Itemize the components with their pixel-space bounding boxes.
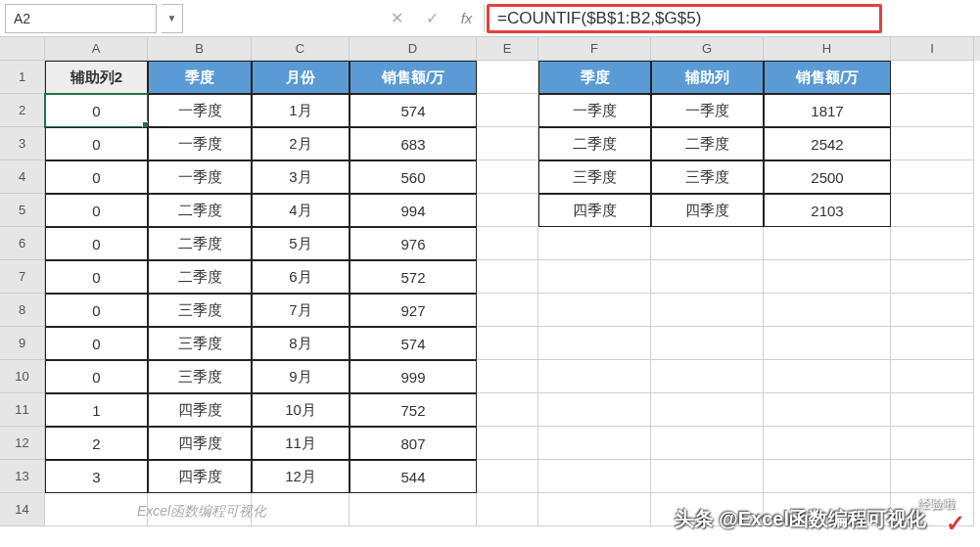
cell-h5[interactable]: 2103 bbox=[764, 194, 891, 227]
cell-e14[interactable] bbox=[477, 493, 538, 526]
cell-i3[interactable] bbox=[891, 127, 974, 160]
cell-c2[interactable]: 1月 bbox=[252, 94, 350, 127]
cell-e9[interactable] bbox=[477, 327, 538, 360]
cell-a14[interactable] bbox=[45, 493, 148, 526]
cell-g10[interactable] bbox=[651, 360, 764, 393]
cell-h8[interactable] bbox=[764, 294, 891, 327]
cell-h4[interactable]: 2500 bbox=[764, 160, 891, 194]
cell-f1[interactable]: 季度 bbox=[538, 61, 651, 94]
select-all-corner[interactable] bbox=[0, 37, 45, 61]
cell-i13[interactable] bbox=[891, 460, 974, 493]
cell-b4[interactable]: 一季度 bbox=[148, 160, 252, 194]
cell-d3[interactable]: 683 bbox=[350, 127, 477, 160]
cell-c10[interactable]: 9月 bbox=[252, 360, 350, 393]
cell-c12[interactable]: 11月 bbox=[252, 427, 350, 460]
cell-a11[interactable]: 1 bbox=[45, 393, 148, 427]
cell-h11[interactable] bbox=[764, 393, 891, 427]
cell-b11[interactable]: 四季度 bbox=[148, 393, 252, 427]
cell-a2[interactable]: 0 bbox=[45, 94, 148, 127]
cell-e13[interactable] bbox=[477, 460, 538, 493]
cell-a6[interactable]: 0 bbox=[45, 227, 148, 260]
row-header-2[interactable]: 2 bbox=[0, 94, 45, 127]
cell-g11[interactable] bbox=[651, 393, 764, 427]
cell-a12[interactable]: 2 bbox=[45, 427, 148, 460]
cell-g4[interactable]: 三季度 bbox=[651, 160, 764, 194]
cell-a9[interactable]: 0 bbox=[45, 327, 148, 360]
col-header-i[interactable]: I bbox=[891, 37, 974, 61]
cell-b2[interactable]: 一季度 bbox=[148, 94, 252, 127]
cell-i12[interactable] bbox=[891, 427, 974, 460]
cell-e1[interactable] bbox=[477, 61, 538, 94]
cell-b6[interactable]: 二季度 bbox=[148, 227, 252, 260]
cell-g12[interactable] bbox=[651, 427, 764, 460]
cell-c3[interactable]: 2月 bbox=[252, 127, 350, 160]
cell-a13[interactable]: 3 bbox=[45, 460, 148, 493]
row-header-14[interactable]: 14 bbox=[0, 493, 45, 526]
cell-d2[interactable]: 574 bbox=[350, 94, 477, 127]
cell-d10[interactable]: 999 bbox=[350, 360, 477, 393]
cell-d1[interactable]: 销售额/万 bbox=[350, 61, 477, 94]
cell-i1[interactable] bbox=[891, 61, 974, 94]
cell-e10[interactable] bbox=[477, 360, 538, 393]
row-header-3[interactable]: 3 bbox=[0, 127, 45, 160]
cell-h3[interactable]: 2542 bbox=[764, 127, 891, 160]
cell-a1[interactable]: 辅助列2 bbox=[45, 61, 148, 94]
cell-f4[interactable]: 三季度 bbox=[538, 160, 651, 194]
cell-g9[interactable] bbox=[651, 327, 764, 360]
cell-c6[interactable]: 5月 bbox=[252, 227, 350, 260]
cell-a7[interactable]: 0 bbox=[45, 260, 148, 294]
col-header-f[interactable]: F bbox=[538, 37, 651, 61]
cell-h1[interactable]: 销售额/万 bbox=[764, 61, 891, 94]
formula-input[interactable]: =COUNTIF($B$1:B2,$G$5) bbox=[487, 4, 882, 33]
cell-b9[interactable]: 三季度 bbox=[148, 327, 252, 360]
row-header-1[interactable]: 1 bbox=[0, 61, 45, 94]
cell-d7[interactable]: 572 bbox=[350, 260, 477, 294]
cell-c7[interactable]: 6月 bbox=[252, 260, 350, 294]
cell-g6[interactable] bbox=[651, 227, 764, 260]
cell-a4[interactable]: 0 bbox=[45, 160, 148, 194]
col-header-e[interactable]: E bbox=[477, 37, 538, 61]
cell-i8[interactable] bbox=[891, 294, 974, 327]
cell-i9[interactable] bbox=[891, 327, 974, 360]
cell-e11[interactable] bbox=[477, 393, 538, 427]
cell-a3[interactable]: 0 bbox=[45, 127, 148, 160]
cell-c4[interactable]: 3月 bbox=[252, 160, 350, 194]
row-header-11[interactable]: 11 bbox=[0, 393, 45, 427]
row-header-9[interactable]: 9 bbox=[0, 327, 45, 360]
cell-e6[interactable] bbox=[477, 227, 538, 260]
cell-i2[interactable] bbox=[891, 94, 974, 127]
col-header-h[interactable]: H bbox=[764, 37, 891, 61]
cell-a8[interactable]: 0 bbox=[45, 294, 148, 327]
col-header-d[interactable]: D bbox=[350, 37, 477, 61]
cell-d9[interactable]: 574 bbox=[350, 327, 477, 360]
cell-f12[interactable] bbox=[538, 427, 651, 460]
cell-i7[interactable] bbox=[891, 260, 974, 294]
cell-b1[interactable]: 季度 bbox=[148, 61, 252, 94]
cell-b10[interactable]: 三季度 bbox=[148, 360, 252, 393]
row-header-7[interactable]: 7 bbox=[0, 260, 45, 294]
cell-h13[interactable] bbox=[764, 460, 891, 493]
col-header-a[interactable]: A bbox=[45, 37, 148, 61]
cell-e12[interactable] bbox=[477, 427, 538, 460]
cell-b12[interactable]: 四季度 bbox=[148, 427, 252, 460]
cell-d8[interactable]: 927 bbox=[350, 294, 477, 327]
cell-d11[interactable]: 752 bbox=[350, 393, 477, 427]
cell-a10[interactable]: 0 bbox=[45, 360, 148, 393]
cell-c11[interactable]: 10月 bbox=[252, 393, 350, 427]
cell-d5[interactable]: 994 bbox=[350, 194, 477, 227]
cell-i4[interactable] bbox=[891, 160, 974, 194]
cell-c5[interactable]: 4月 bbox=[252, 194, 350, 227]
cell-i10[interactable] bbox=[891, 360, 974, 393]
row-header-12[interactable]: 12 bbox=[0, 427, 45, 460]
confirm-icon[interactable]: ✓ bbox=[414, 5, 449, 32]
cell-c1[interactable]: 月份 bbox=[252, 61, 350, 94]
cell-c8[interactable]: 7月 bbox=[252, 294, 350, 327]
cell-e5[interactable] bbox=[477, 194, 538, 227]
cell-e8[interactable] bbox=[477, 294, 538, 327]
cell-b5[interactable]: 二季度 bbox=[148, 194, 252, 227]
fx-icon[interactable]: fx bbox=[449, 5, 485, 32]
cell-f11[interactable] bbox=[538, 393, 651, 427]
row-header-13[interactable]: 13 bbox=[0, 460, 45, 493]
cell-d12[interactable]: 807 bbox=[350, 427, 477, 460]
cell-f5[interactable]: 四季度 bbox=[538, 194, 651, 227]
